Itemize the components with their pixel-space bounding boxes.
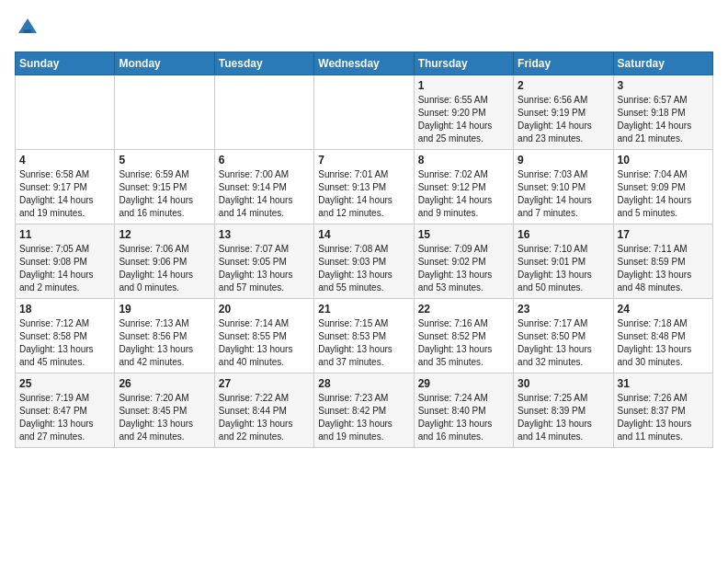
day-info: Sunrise: 6:58 AM Sunset: 9:17 PM Dayligh… (19, 168, 110, 220)
calendar-week-row: 18Sunrise: 7:12 AM Sunset: 8:58 PM Dayli… (16, 299, 713, 373)
calendar-day-cell: 2Sunrise: 6:56 AM Sunset: 9:19 PM Daylig… (514, 75, 613, 150)
day-info: Sunrise: 7:13 AM Sunset: 8:56 PM Dayligh… (119, 317, 210, 369)
weekday-header: Sunday (16, 52, 115, 75)
day-number: 26 (119, 377, 210, 390)
weekday-header: Friday (514, 52, 613, 75)
day-number: 25 (19, 377, 110, 390)
calendar-day-cell: 7Sunrise: 7:01 AM Sunset: 9:13 PM Daylig… (314, 150, 414, 224)
day-number: 20 (219, 303, 310, 316)
day-info: Sunrise: 7:25 AM Sunset: 8:39 PM Dayligh… (518, 392, 609, 443)
day-info: Sunrise: 6:55 AM Sunset: 9:20 PM Dayligh… (418, 94, 509, 145)
calendar-day-cell: 6Sunrise: 7:00 AM Sunset: 9:14 PM Daylig… (214, 150, 313, 224)
calendar-day-cell: 25Sunrise: 7:19 AM Sunset: 8:47 PM Dayli… (16, 373, 115, 448)
calendar-day-cell: 23Sunrise: 7:17 AM Sunset: 8:50 PM Dayli… (514, 299, 613, 373)
calendar-day-cell (16, 75, 115, 150)
day-number: 17 (618, 228, 709, 241)
calendar-day-cell: 15Sunrise: 7:09 AM Sunset: 9:02 PM Dayli… (414, 224, 513, 299)
day-info: Sunrise: 7:16 AM Sunset: 8:52 PM Dayligh… (418, 317, 509, 369)
day-info: Sunrise: 7:26 AM Sunset: 8:37 PM Dayligh… (618, 392, 709, 443)
weekday-header: Monday (115, 52, 214, 75)
page-header (15, 15, 713, 40)
day-info: Sunrise: 6:59 AM Sunset: 9:15 PM Dayligh… (119, 168, 210, 220)
weekday-header: Saturday (613, 52, 712, 75)
calendar-day-cell: 14Sunrise: 7:08 AM Sunset: 9:03 PM Dayli… (314, 224, 414, 299)
weekday-header: Wednesday (314, 52, 414, 75)
calendar-day-cell: 19Sunrise: 7:13 AM Sunset: 8:56 PM Dayli… (115, 299, 214, 373)
day-info: Sunrise: 7:09 AM Sunset: 9:02 PM Dayligh… (418, 243, 509, 294)
day-info: Sunrise: 7:04 AM Sunset: 9:09 PM Dayligh… (618, 168, 709, 220)
day-info: Sunrise: 6:57 AM Sunset: 9:18 PM Dayligh… (618, 94, 709, 145)
calendar-day-cell: 28Sunrise: 7:23 AM Sunset: 8:42 PM Dayli… (314, 373, 414, 448)
day-number: 28 (318, 377, 409, 390)
calendar-day-cell: 16Sunrise: 7:10 AM Sunset: 9:01 PM Dayli… (514, 224, 613, 299)
calendar-day-cell: 22Sunrise: 7:16 AM Sunset: 8:52 PM Dayli… (414, 299, 513, 373)
day-number: 10 (618, 154, 709, 167)
day-number: 31 (618, 377, 709, 390)
calendar-day-cell: 21Sunrise: 7:15 AM Sunset: 8:53 PM Dayli… (314, 299, 414, 373)
day-info: Sunrise: 7:12 AM Sunset: 8:58 PM Dayligh… (19, 317, 110, 369)
calendar-day-cell (214, 75, 313, 150)
calendar-day-cell: 17Sunrise: 7:11 AM Sunset: 8:59 PM Dayli… (613, 224, 712, 299)
calendar-day-cell: 20Sunrise: 7:14 AM Sunset: 8:55 PM Dayli… (214, 299, 313, 373)
calendar-day-cell: 9Sunrise: 7:03 AM Sunset: 9:10 PM Daylig… (514, 150, 613, 224)
calendar-day-cell: 5Sunrise: 6:59 AM Sunset: 9:15 PM Daylig… (115, 150, 214, 224)
day-number: 14 (318, 228, 409, 241)
calendar-day-cell: 24Sunrise: 7:18 AM Sunset: 8:48 PM Dayli… (613, 299, 712, 373)
day-info: Sunrise: 7:07 AM Sunset: 9:05 PM Dayligh… (219, 243, 310, 294)
day-number: 7 (318, 154, 409, 167)
day-number: 4 (19, 154, 110, 167)
calendar-day-cell: 27Sunrise: 7:22 AM Sunset: 8:44 PM Dayli… (214, 373, 313, 448)
day-info: Sunrise: 7:18 AM Sunset: 8:48 PM Dayligh… (618, 317, 709, 369)
calendar-day-cell: 10Sunrise: 7:04 AM Sunset: 9:09 PM Dayli… (613, 150, 712, 224)
calendar-day-cell: 31Sunrise: 7:26 AM Sunset: 8:37 PM Dayli… (613, 373, 712, 448)
day-number: 6 (219, 154, 310, 167)
day-number: 3 (618, 79, 709, 92)
day-info: Sunrise: 7:11 AM Sunset: 8:59 PM Dayligh… (618, 243, 709, 294)
calendar-table: SundayMondayTuesdayWednesdayThursdayFrid… (15, 52, 713, 448)
day-number: 24 (618, 303, 709, 316)
calendar-week-row: 11Sunrise: 7:05 AM Sunset: 9:08 PM Dayli… (16, 224, 713, 299)
day-info: Sunrise: 7:08 AM Sunset: 9:03 PM Dayligh… (318, 243, 409, 294)
day-info: Sunrise: 7:03 AM Sunset: 9:10 PM Dayligh… (518, 168, 609, 220)
day-number: 13 (219, 228, 310, 241)
calendar-day-cell: 3Sunrise: 6:57 AM Sunset: 9:18 PM Daylig… (613, 75, 712, 150)
day-number: 21 (318, 303, 409, 316)
day-info: Sunrise: 6:56 AM Sunset: 9:19 PM Dayligh… (518, 94, 609, 145)
day-info: Sunrise: 7:22 AM Sunset: 8:44 PM Dayligh… (219, 392, 310, 443)
day-number: 23 (518, 303, 609, 316)
svg-rect-1 (24, 29, 31, 33)
day-number: 8 (418, 154, 509, 167)
logo (15, 15, 44, 40)
day-info: Sunrise: 7:14 AM Sunset: 8:55 PM Dayligh… (219, 317, 310, 369)
weekday-header: Tuesday (214, 52, 313, 75)
calendar-day-cell: 29Sunrise: 7:24 AM Sunset: 8:40 PM Dayli… (414, 373, 513, 448)
day-info: Sunrise: 7:10 AM Sunset: 9:01 PM Dayligh… (518, 243, 609, 294)
calendar-day-cell (314, 75, 414, 150)
calendar-week-row: 4Sunrise: 6:58 AM Sunset: 9:17 PM Daylig… (16, 150, 713, 224)
calendar-week-row: 25Sunrise: 7:19 AM Sunset: 8:47 PM Dayli… (16, 373, 713, 448)
weekday-header-row: SundayMondayTuesdayWednesdayThursdayFrid… (16, 52, 713, 75)
day-number: 22 (418, 303, 509, 316)
day-info: Sunrise: 7:20 AM Sunset: 8:45 PM Dayligh… (119, 392, 210, 443)
calendar-day-cell: 30Sunrise: 7:25 AM Sunset: 8:39 PM Dayli… (514, 373, 613, 448)
day-number: 19 (119, 303, 210, 316)
calendar-day-cell: 8Sunrise: 7:02 AM Sunset: 9:12 PM Daylig… (414, 150, 513, 224)
calendar-day-cell: 1Sunrise: 6:55 AM Sunset: 9:20 PM Daylig… (414, 75, 513, 150)
calendar-day-cell (115, 75, 214, 150)
day-number: 30 (518, 377, 609, 390)
calendar-day-cell: 11Sunrise: 7:05 AM Sunset: 9:08 PM Dayli… (16, 224, 115, 299)
day-info: Sunrise: 7:23 AM Sunset: 8:42 PM Dayligh… (318, 392, 409, 443)
day-number: 16 (518, 228, 609, 241)
day-info: Sunrise: 7:15 AM Sunset: 8:53 PM Dayligh… (318, 317, 409, 369)
day-info: Sunrise: 7:17 AM Sunset: 8:50 PM Dayligh… (518, 317, 609, 369)
day-number: 2 (518, 79, 609, 92)
day-number: 29 (418, 377, 509, 390)
calendar-day-cell: 12Sunrise: 7:06 AM Sunset: 9:06 PM Dayli… (115, 224, 214, 299)
weekday-header: Thursday (414, 52, 513, 75)
calendar-day-cell: 4Sunrise: 6:58 AM Sunset: 9:17 PM Daylig… (16, 150, 115, 224)
logo-icon (15, 15, 40, 40)
calendar-day-cell: 18Sunrise: 7:12 AM Sunset: 8:58 PM Dayli… (16, 299, 115, 373)
day-number: 11 (19, 228, 110, 241)
day-number: 9 (518, 154, 609, 167)
day-number: 1 (418, 79, 509, 92)
